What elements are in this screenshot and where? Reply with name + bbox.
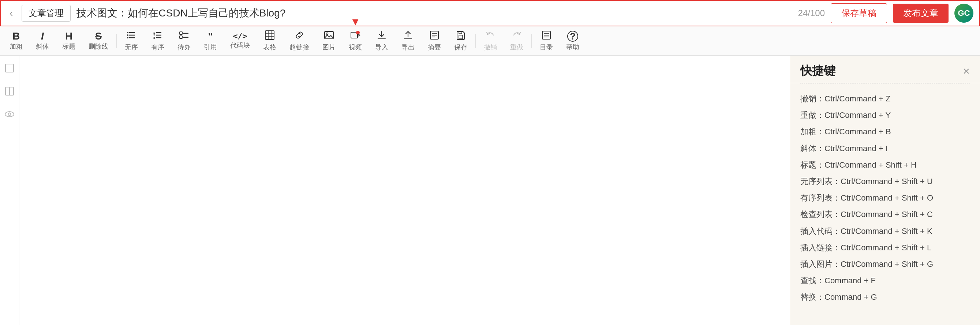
toolbar-ordered-list[interactable]: 123 有序 — [145, 28, 171, 54]
export-icon — [403, 30, 413, 42]
header-bar: ‹ 文章管理 24/100 保存草稿 发布文章 GC — [0, 0, 980, 26]
svg-rect-31 — [459, 35, 463, 39]
single-view-icon[interactable] — [3, 62, 16, 77]
toolbar-bold[interactable]: B 加粗 — [3, 29, 29, 53]
right-panel-close-button[interactable]: × — [963, 64, 970, 78]
bold-label: 加粗 — [10, 42, 23, 51]
toolbar-video[interactable]: ▼ 视频 — [342, 28, 369, 54]
split-view-icon[interactable] — [3, 84, 16, 100]
help-label: 帮助 — [566, 43, 579, 51]
toolbar-divider-1 — [116, 33, 117, 48]
ordered-list-icon: 123 — [153, 30, 163, 42]
svg-point-4 — [127, 34, 129, 36]
strikethrough-icon: S — [95, 31, 102, 41]
video-dot — [356, 31, 360, 34]
video-arrow-indicator: ▼ — [350, 16, 360, 28]
export-label: 导出 — [401, 43, 415, 52]
article-mgmt-tag[interactable]: 文章管理 — [22, 5, 71, 22]
save-draft-button[interactable]: 保存草稿 — [831, 3, 887, 23]
shortcut-item: 插入链接：Ctrl/Command + Shift + L — [800, 241, 970, 254]
svg-rect-12 — [180, 32, 182, 34]
code-block-label: 代码块 — [230, 41, 250, 50]
toolbar-summary[interactable]: 摘要 — [421, 28, 447, 54]
svg-point-5 — [127, 37, 129, 38]
summary-label: 摘要 — [428, 43, 441, 52]
bold-icon: B — [13, 31, 20, 41]
toolbar-unordered-list[interactable]: 无序 — [118, 28, 145, 54]
toolbar-export[interactable]: 导出 — [395, 28, 421, 54]
unordered-list-icon — [126, 30, 137, 42]
editor-area — [0, 56, 790, 325]
quote-icon: " — [207, 31, 214, 42]
import-icon — [377, 30, 387, 42]
svg-rect-16 — [265, 31, 274, 40]
article-title-input[interactable] — [76, 7, 792, 19]
italic-icon: I — [41, 31, 44, 41]
publish-button[interactable]: 发布文章 — [893, 4, 948, 23]
shortcut-item: 重做：Ctrl/Command + Y — [800, 109, 970, 121]
toolbar-strikethrough[interactable]: S 删除线 — [82, 29, 115, 53]
toolbar-toc[interactable]: 目录 — [533, 28, 560, 54]
toolbar-task-list[interactable]: 待办 — [171, 28, 197, 54]
shortcut-item: 加粗：Ctrl/Command + B — [800, 125, 970, 138]
toolbar-undo[interactable]: 撤销 — [477, 28, 504, 54]
toolbar-table[interactable]: 表格 — [256, 28, 283, 54]
toolbar-italic[interactable]: I 斜体 — [29, 29, 56, 53]
right-panel-title: 快捷键 — [800, 63, 835, 79]
svg-point-40 — [5, 112, 14, 117]
editor-content[interactable] — [19, 56, 790, 325]
preview-icon[interactable] — [3, 108, 16, 123]
toolbar-code-block[interactable]: </> 代码块 — [224, 30, 256, 52]
shortcut-item: 有序列表：Ctrl/Command + Shift + O — [800, 191, 970, 204]
table-label: 表格 — [263, 43, 276, 52]
video-icon — [350, 30, 360, 42]
char-count: 24/100 — [798, 8, 825, 18]
video-label: 视频 — [349, 43, 362, 52]
save-label: 保存 — [454, 43, 467, 52]
ordered-list-label: 有序 — [151, 43, 164, 52]
back-button[interactable]: ‹ — [6, 6, 16, 21]
toolbar-import[interactable]: 导入 — [369, 28, 395, 54]
shortcuts-list: 撤销：Ctrl/Command + Z重做：Ctrl/Command + Y加粗… — [790, 88, 980, 308]
redo-label: 重做 — [510, 43, 523, 52]
table-icon — [264, 30, 275, 42]
toolbar-image[interactable]: 图片 — [316, 28, 342, 54]
hyperlink-label: 超链接 — [290, 43, 309, 52]
toolbar-save[interactable]: 保存 — [447, 28, 474, 54]
svg-rect-21 — [325, 32, 333, 39]
import-label: 导入 — [375, 43, 388, 52]
right-panel: 快捷键 × 撤销：Ctrl/Command + Z重做：Ctrl/Command… — [790, 56, 980, 325]
svg-rect-37 — [5, 64, 14, 72]
svg-text:3: 3 — [153, 36, 155, 40]
toolbar-heading[interactable]: H 标题 — [56, 29, 82, 53]
save-icon — [456, 30, 466, 42]
help-icon: ? — [567, 31, 578, 42]
toc-icon — [541, 30, 552, 42]
avatar[interactable]: GC — [955, 4, 974, 23]
task-list-label: 待办 — [178, 43, 191, 52]
toolbar: B 加粗 I 斜体 H 标题 S 删除线 无序 123 有序 待办 " 引用 <… — [0, 26, 980, 56]
heading-label: 标题 — [62, 42, 75, 51]
code-block-icon: </> — [233, 32, 247, 40]
heading-icon: H — [65, 31, 72, 41]
shortcut-item: 无序列表：Ctrl/Command + Shift + U — [800, 175, 970, 188]
editor-side-controls — [0, 56, 19, 325]
toolbar-redo[interactable]: 重做 — [504, 28, 530, 54]
svg-rect-14 — [180, 36, 182, 38]
main-area: 快捷键 × 撤销：Ctrl/Command + Z重做：Ctrl/Command… — [0, 56, 980, 325]
toolbar-divider-3 — [531, 33, 532, 48]
shortcut-item: 撤销：Ctrl/Command + Z — [800, 92, 970, 105]
right-panel-divider — [800, 83, 970, 83]
toolbar-hyperlink[interactable]: 超链接 — [283, 28, 316, 54]
shortcut-item: 替换：Command + G — [800, 291, 970, 303]
undo-icon — [485, 30, 495, 42]
toolbar-help[interactable]: ? 帮助 — [560, 29, 586, 53]
toolbar-quote[interactable]: " 引用 — [197, 29, 224, 53]
svg-point-22 — [326, 33, 328, 35]
image-icon — [324, 30, 334, 42]
hyperlink-icon — [294, 30, 304, 42]
shortcut-item: 斜体：Ctrl/Command + I — [800, 142, 970, 155]
redo-icon — [512, 30, 522, 42]
shortcut-item: 检查列表：Ctrl/Command + Shift + C — [800, 208, 970, 221]
right-panel-header: 快捷键 × — [790, 56, 980, 83]
